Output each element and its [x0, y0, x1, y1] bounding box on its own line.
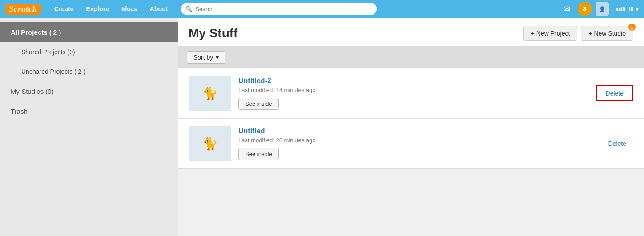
logo-text: Scratch — [5, 4, 41, 15]
sort-dropdown-icon: ▾ — [216, 54, 219, 61]
project-list: 🐈 Untitled-2 Last modified: 14 minutes a… — [178, 68, 644, 169]
nav-link-explore[interactable]: Explore — [80, 5, 115, 12]
main-layout: All Projects ( 2 ) Shared Projects (0) U… — [0, 18, 644, 236]
sidebar-item-all-projects-label: All Projects ( 2 ) — [11, 28, 61, 36]
username: _adit_iii — [612, 6, 634, 12]
project-info: Untitled-2 Last modified: 14 minutes ago… — [238, 77, 589, 110]
delete-button[interactable]: Delete — [601, 136, 633, 151]
sidebar-item-unshared-projects-label: Unshared Projects ( 2 ) — [21, 68, 85, 75]
delete-button[interactable]: Delete — [596, 85, 633, 101]
logo[interactable]: Scratch — [5, 4, 41, 15]
avatar-icon: 👤 — [599, 6, 605, 12]
project-emoji: 🐈 — [202, 86, 218, 101]
new-project-button[interactable]: + New Project — [523, 26, 578, 41]
sidebar-item-shared-projects[interactable]: Shared Projects (0) — [0, 42, 178, 62]
search-input[interactable] — [195, 6, 372, 12]
project-name[interactable]: Untitled — [238, 127, 594, 135]
project-meta: Last modified: 14 minutes ago — [238, 87, 589, 93]
project-meta: Last modified: 28 minutes ago — [238, 137, 594, 144]
top-navigation: Scratch Create Explore Ideas About 🔍 ✉ 8… — [0, 0, 644, 18]
notifications-count: 8 — [583, 5, 587, 12]
sidebar-item-shared-projects-label: Shared Projects (0) — [21, 48, 75, 56]
dropdown-icon: ▾ — [636, 6, 639, 12]
see-inside-button[interactable]: See inside — [238, 98, 279, 110]
sort-by-label: Sort by — [193, 54, 213, 61]
avatar: 👤 — [596, 2, 609, 16]
sidebar-item-my-studios[interactable]: My Studios (0) — [0, 81, 178, 101]
toolbar: Sort by ▾ — [178, 47, 644, 68]
new-studio-badge: 1 — [628, 24, 636, 31]
project-info: Untitled Last modified: 28 minutes ago S… — [238, 127, 594, 160]
new-studio-button[interactable]: + New Studio 1 — [581, 26, 633, 41]
search-wrapper: 🔍 — [181, 3, 377, 15]
see-inside-button[interactable]: See inside — [238, 148, 279, 160]
sort-by-button[interactable]: Sort by ▾ — [187, 51, 225, 64]
sidebar-item-all-projects[interactable]: All Projects ( 2 ) — [0, 22, 178, 42]
nav-link-create[interactable]: Create — [48, 5, 80, 12]
page-title: My Stuff — [189, 26, 237, 40]
header-buttons: + New Project + New Studio 1 — [523, 26, 633, 41]
search-icon: 🔍 — [185, 6, 193, 12]
nav-link-about[interactable]: About — [144, 5, 174, 12]
project-emoji: 🐈 — [202, 136, 218, 151]
nav-right: ✉ 8 👤 _adit_iii ▾ — [560, 2, 639, 16]
nav-link-ideas[interactable]: Ideas — [115, 5, 144, 12]
sidebar-item-trash-label: Trash — [11, 108, 28, 115]
sidebar-item-unshared-projects[interactable]: Unshared Projects ( 2 ) — [0, 62, 178, 81]
table-row: 🐈 Untitled-2 Last modified: 14 minutes a… — [178, 68, 644, 119]
project-actions: Delete — [596, 85, 633, 101]
content-area: My Stuff + New Project + New Studio 1 So… — [178, 18, 644, 236]
sidebar-item-trash[interactable]: Trash — [0, 101, 178, 121]
table-row: 🐈 Untitled Last modified: 28 minutes ago… — [178, 119, 644, 169]
project-actions: Delete — [601, 140, 633, 148]
messages-icon: ✉ — [564, 4, 570, 14]
sidebar: All Projects ( 2 ) Shared Projects (0) U… — [0, 18, 178, 236]
project-name[interactable]: Untitled-2 — [238, 77, 589, 85]
project-thumbnail: 🐈 — [189, 126, 231, 161]
content-header: My Stuff + New Project + New Studio 1 — [178, 18, 644, 47]
messages-button[interactable]: ✉ — [560, 2, 574, 16]
notifications-button[interactable]: 8 — [578, 2, 592, 16]
user-menu-button[interactable]: _adit_iii ▾ — [612, 6, 639, 12]
project-thumbnail: 🐈 — [189, 76, 231, 111]
sidebar-item-my-studios-label: My Studios (0) — [11, 88, 54, 95]
new-studio-label: + New Studio — [588, 30, 626, 37]
